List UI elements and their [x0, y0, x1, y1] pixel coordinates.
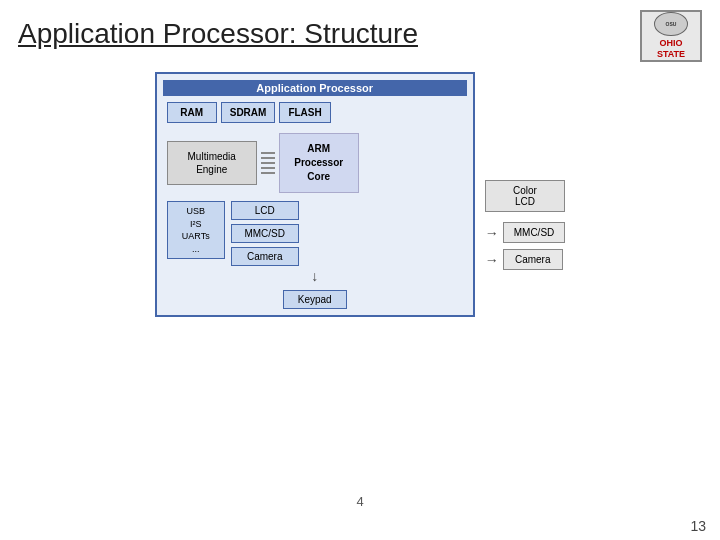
usb-i2s-uarts-box: USBI²SUARTs... — [167, 201, 225, 259]
mmcsd-ext-row: → MMC/SD — [485, 222, 566, 243]
camera-ext-box: Camera — [503, 249, 563, 270]
camera-label: Camera — [247, 251, 283, 262]
mmcsd-row: MMC/SD — [231, 224, 299, 243]
multimedia-engine-box: MultimediaEngine — [167, 141, 257, 185]
mmcsd-label: MMC/SD — [244, 228, 285, 239]
right-peripherals: LCD MMC/SD Camera — [231, 201, 299, 266]
mmcsd-arrow: → — [485, 225, 499, 241]
diagram-area: Application Processor RAM SDRAM FLASH Mu… — [0, 72, 720, 317]
bus-line-3 — [261, 162, 275, 164]
flash-box: FLASH — [279, 102, 330, 123]
application-processor-box: Application Processor RAM SDRAM FLASH Mu… — [155, 72, 475, 317]
mmcsd-ext-box: MMC/SD — [503, 222, 566, 243]
logo-text: OHIOSTATE — [657, 38, 685, 60]
sdram-box: SDRAM — [221, 102, 276, 123]
color-lcd-ext-box: ColorLCD — [485, 180, 566, 212]
memory-row: RAM SDRAM FLASH — [163, 102, 467, 123]
camera-ext-row: → Camera — [485, 249, 566, 270]
left-peripherals: USBI²SUARTs... — [167, 201, 225, 259]
camera-ext-label: Camera — [515, 254, 551, 265]
bus-line-1 — [261, 152, 275, 154]
bus-line-5 — [261, 172, 275, 174]
arm-core-box: ARMProcessorCore — [279, 133, 359, 193]
lcd-label: LCD — [255, 205, 275, 216]
keypad-box: Keypad — [283, 290, 347, 309]
lcd-row: LCD — [231, 201, 299, 220]
ram-box: RAM — [167, 102, 217, 123]
page-number: 4 — [356, 494, 363, 509]
peripheral-section: USBI²SUARTs... LCD MMC/SD — [163, 201, 467, 266]
page-title: Application Processor: Structure — [18, 18, 418, 50]
bus-line-4 — [261, 167, 275, 169]
logo-oval: OSU — [654, 12, 688, 36]
ap-label: Application Processor — [163, 80, 467, 96]
bottom-row: Keypad — [163, 290, 467, 309]
mmcsd-box: MMC/SD — [231, 224, 299, 243]
ohio-state-logo: OSU OHIOSTATE — [640, 10, 702, 62]
down-arrow: ↓ — [163, 268, 467, 284]
slide-number: 13 — [690, 518, 706, 534]
arm-label: ARMProcessorCore — [294, 143, 343, 182]
camera-row: Camera — [231, 247, 299, 266]
mmcsd-ext-label: MMC/SD — [514, 227, 555, 238]
camera-box: Camera — [231, 247, 299, 266]
page-num-center: 4 — [356, 492, 363, 510]
bus-lines — [261, 152, 275, 174]
bus-line-2 — [261, 157, 275, 159]
multimedia-label: MultimediaEngine — [188, 151, 236, 175]
camera-arrow: → — [485, 252, 499, 268]
header: Application Processor: Structure OSU OHI… — [0, 0, 720, 62]
external-boxes: ColorLCD → MMC/SD → Camera — [485, 72, 566, 270]
middle-row: MultimediaEngine ARMProcessorCore — [163, 133, 467, 193]
lcd-box: LCD — [231, 201, 299, 220]
diagram-wrapper: Application Processor RAM SDRAM FLASH Mu… — [155, 72, 566, 317]
